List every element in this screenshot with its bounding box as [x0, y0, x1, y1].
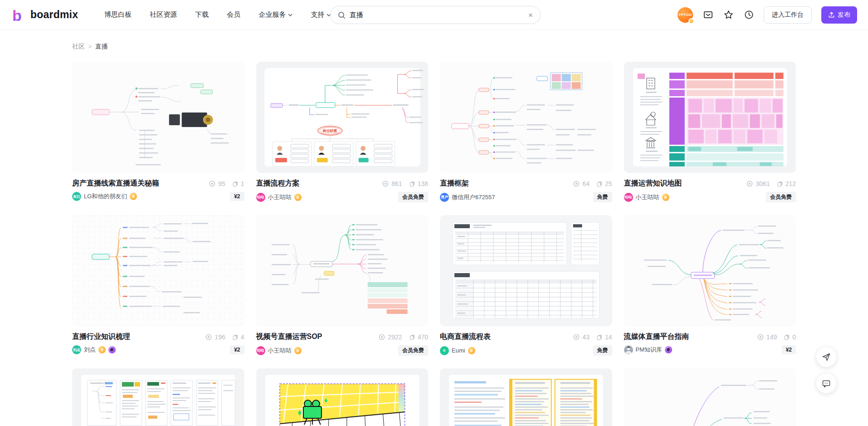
- card-title[interactable]: 直播流程方案: [256, 179, 300, 188]
- nav-membership[interactable]: 会员: [227, 10, 240, 19]
- card-thumbnail[interactable]: 直播购物 2022: [256, 368, 429, 426]
- views-eye-icon: [205, 333, 212, 341]
- search-input[interactable]: [350, 11, 524, 19]
- card-thumbnail[interactable]: [72, 62, 244, 173]
- card-stats: 2922 470: [378, 333, 428, 341]
- chat-bubble-icon: [822, 379, 831, 388]
- price-badge: ¥2: [230, 192, 244, 201]
- nav-support[interactable]: 支持: [311, 10, 331, 19]
- thumbnail-art: [72, 215, 244, 326]
- card-title[interactable]: 直播框架: [440, 179, 469, 188]
- card-title[interactable]: 视频号直播运营SOP: [256, 332, 322, 342]
- nav-enterprise[interactable]: 企业服务: [258, 10, 293, 19]
- card-thumbnail[interactable]: [624, 368, 796, 426]
- author-avatar[interactable]: E: [440, 346, 449, 355]
- card-title[interactable]: 直播行业知识梳理: [72, 332, 130, 342]
- nav-whiteboard[interactable]: 博思白板: [104, 10, 132, 19]
- template-card[interactable]: 直播行业知识梳理 196 4 刘点 刘点 ♛ ¥2: [72, 215, 244, 356]
- price-badge: 会员免费: [398, 345, 428, 356]
- card-title[interactable]: 直播运营知识地图: [624, 179, 682, 188]
- copies-icon: [777, 181, 783, 187]
- author-name[interactable]: PM知识库: [636, 346, 663, 354]
- user-avatar[interactable]: PPTGO: [678, 7, 693, 23]
- author-name[interactable]: 小王咕咕: [636, 193, 659, 201]
- thumbnail-art: [72, 62, 244, 173]
- card-title[interactable]: 房产直播线索直播通关秘籍: [72, 179, 159, 188]
- breadcrumb-separator: >: [88, 44, 92, 50]
- chevron-down-icon: [288, 14, 293, 16]
- author-name[interactable]: 刘点: [84, 346, 96, 354]
- breadcrumb-community[interactable]: 社区: [72, 43, 85, 51]
- template-card-partial[interactable]: [624, 368, 796, 426]
- search-bar[interactable]: ×: [330, 6, 541, 24]
- author-avatar[interactable]: 咕咕: [624, 193, 633, 202]
- views-eye-icon: [573, 180, 580, 187]
- template-card[interactable]: 直播框架 64 25 用户 微信用户672557 免费: [440, 62, 612, 202]
- card-author-row: PM知识库 ¥2: [624, 345, 796, 354]
- author-name[interactable]: LG和他的朋友们: [84, 192, 127, 201]
- template-card[interactable]: 直播运营知识地图 3061 212 咕咕 小王咕咕 ♛ 会员免费: [624, 62, 796, 202]
- mail-icon[interactable]: [702, 10, 713, 20]
- price-badge: 免费: [593, 345, 612, 356]
- card-thumbnail[interactable]: [624, 215, 796, 326]
- card-stats: 43 14: [573, 333, 612, 341]
- template-card[interactable]: 岗位职责: [256, 62, 429, 202]
- template-grid: 房产直播线索直播通关秘籍 95 1 友们 LG和他的朋友们 ♛ ¥2: [72, 62, 796, 426]
- search-clear-icon[interactable]: ×: [528, 11, 533, 19]
- template-card[interactable]: 房产直播线索直播通关秘籍 95 1 友们 LG和他的朋友们 ♛ ¥2: [72, 62, 244, 202]
- author-name[interactable]: Eumi: [452, 347, 465, 354]
- upload-icon: [828, 11, 835, 18]
- template-card-partial[interactable]: [440, 368, 612, 426]
- card-thumbnail[interactable]: [256, 215, 429, 326]
- card-thumbnail[interactable]: [440, 215, 612, 326]
- svg-text:b: b: [12, 7, 22, 23]
- workspace-button[interactable]: 进入工作台: [764, 6, 812, 24]
- author-avatar[interactable]: 咕咕: [256, 193, 265, 202]
- card-author-row: 刘点 刘点 ♛ ¥2: [72, 345, 244, 354]
- template-card[interactable]: 视频号直播运营SOP 2922 470 咕咕 小王咕咕 ♛ 会员免费: [256, 215, 429, 356]
- thumbnail-art: [256, 215, 429, 326]
- card-thumbnail[interactable]: [72, 368, 244, 426]
- template-card[interactable]: 流媒体直播平台指南 149 0 PM知识库 ¥2: [624, 215, 796, 356]
- card-thumbnail[interactable]: [624, 62, 796, 173]
- card-thumbnail[interactable]: [440, 368, 612, 426]
- feedback-chat-button[interactable]: [816, 373, 836, 393]
- card-thumbnail[interactable]: [72, 215, 244, 326]
- template-card[interactable]: 电商直播流程表 43 14 E Eumi ♛ 免费: [440, 215, 612, 356]
- card-title[interactable]: 流媒体直播平台指南: [624, 332, 689, 342]
- card-stats: 3061 212: [746, 180, 796, 187]
- star-icon[interactable]: [723, 10, 734, 20]
- history-clock-icon[interactable]: [743, 10, 754, 20]
- crown-badge-icon: ♛: [130, 193, 137, 200]
- thumbnail-art: [72, 368, 244, 426]
- author-avatar[interactable]: 用户: [440, 193, 449, 202]
- boardmix-logo-icon: b: [11, 7, 26, 23]
- author-name[interactable]: 微信用户672557: [452, 193, 495, 201]
- author-avatar[interactable]: [624, 345, 633, 354]
- crown-badge-icon: ♛: [294, 347, 302, 354]
- thumbnail-art: [624, 368, 796, 426]
- author-avatar[interactable]: 刘点: [72, 345, 81, 354]
- publish-button[interactable]: 发布: [821, 6, 857, 24]
- card-thumbnail[interactable]: [440, 62, 612, 173]
- copies-icon: [409, 334, 415, 340]
- crown-badge-icon: ♛: [98, 346, 106, 353]
- author-avatar[interactable]: 友们: [72, 192, 81, 201]
- thumbnail-art: [624, 62, 796, 173]
- views-eye-icon: [757, 333, 764, 341]
- card-title[interactable]: 电商直播流程表: [440, 332, 491, 342]
- thumbnail-art: [440, 215, 612, 326]
- price-badge: 免费: [593, 192, 612, 202]
- template-card-partial[interactable]: 直播购物 2022: [256, 368, 429, 426]
- feedback-send-button[interactable]: [816, 347, 836, 367]
- brand-logo[interactable]: b boardmix: [11, 7, 78, 23]
- author-name[interactable]: 小王咕咕: [268, 193, 292, 201]
- nav-community[interactable]: 社区资源: [150, 10, 177, 19]
- author-name[interactable]: 小王咕咕: [268, 347, 292, 355]
- author-avatar[interactable]: 咕咕: [256, 346, 265, 355]
- avatar-level-badge: [688, 18, 694, 24]
- template-card-partial[interactable]: [72, 368, 244, 426]
- nav-download[interactable]: 下载: [195, 10, 209, 19]
- card-thumbnail[interactable]: 岗位职责: [256, 62, 429, 173]
- avatar-label: PPTGO: [678, 13, 692, 17]
